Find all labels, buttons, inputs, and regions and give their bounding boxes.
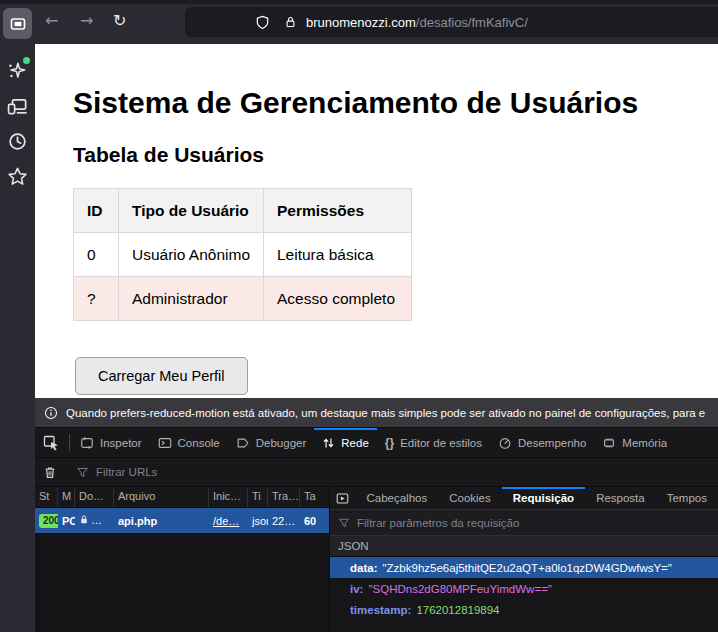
https-lock-icon [79, 514, 89, 525]
network-icon [322, 436, 335, 450]
url-text: brunomenozzi.com/desafios/fmKafivC/ [306, 15, 528, 30]
tab-desempenho[interactable]: Desempenho [490, 428, 594, 457]
json-section-label: JSON [338, 540, 369, 552]
tab-inspetor[interactable]: Inspetor [72, 428, 150, 457]
url-path: /desafios/fmKafivC/ [416, 15, 528, 30]
col-method[interactable]: M [58, 487, 75, 507]
style-editor-icon: {} [385, 436, 394, 450]
back-button[interactable]: ← [45, 11, 58, 31]
size-cell: 60 [300, 515, 330, 527]
infobar-text: Quando prefers-reduced-motion está ativa… [66, 407, 705, 419]
clear-requests-icon[interactable] [35, 465, 65, 480]
col-status[interactable]: St [35, 487, 58, 507]
request-row-api-php[interactable]: 200 POST … api.php /de… json 22… 60 [35, 508, 329, 533]
table-cell: 0 [74, 233, 119, 277]
param-key: data [350, 562, 383, 574]
filter-funnel-icon [76, 466, 89, 479]
details-tabbar: Cabeçalhos Cookies Requisição Resposta T… [330, 487, 718, 510]
param-row-timestamp[interactable]: timestamp 1762012819894 [330, 599, 718, 620]
tab-cabecalhos[interactable]: Cabeçalhos [355, 487, 438, 509]
type-cell: json [248, 515, 268, 527]
param-row-iv[interactable]: iv "SQHDns2dG80MPFeuYimdWw==" [330, 578, 718, 599]
col-domain[interactable]: Do… [75, 487, 114, 507]
ai-chatbot-icon[interactable] [7, 60, 28, 81]
users-table: ID Tipo de Usuário Permissões 0 Usuário … [73, 188, 412, 321]
col-initiator[interactable]: Inic… [209, 487, 248, 507]
devtools-panel: Inspetor Console Debugger Rede {} Editor… [35, 428, 718, 632]
tab-label: Editor de estilos [400, 437, 482, 449]
col-header-tipo: Tipo de Usuário [119, 189, 264, 233]
debugger-icon [236, 436, 250, 450]
network-filter-bar: Filtrar URLs [35, 458, 718, 487]
param-value: 1762012819894 [416, 604, 499, 616]
filter-funnel-icon [338, 517, 350, 529]
memory-icon [602, 436, 616, 450]
filter-urls-input[interactable]: Filtrar URLs [96, 466, 157, 478]
table-cell: Usuário Anônimo [119, 233, 264, 277]
toolbar-separator [69, 434, 70, 451]
url-domain: brunomenozzi.com [306, 15, 416, 30]
load-profile-button[interactable]: Carregar Meu Perfil [75, 357, 248, 395]
tab-label: Inspetor [100, 437, 142, 449]
reduced-motion-infobar: Quando prefers-reduced-motion está ativa… [35, 398, 718, 428]
tab-debugger[interactable]: Debugger [228, 428, 315, 457]
tab-label: Memória [622, 437, 667, 449]
info-icon [44, 406, 58, 420]
tab-label: Debugger [256, 437, 307, 449]
col-file[interactable]: Arquivo [114, 487, 209, 507]
tab-label: Rede [341, 437, 369, 449]
param-row-data[interactable]: data "Zzbk9hz5e6aj5thitQE2u2aQT+a0lo1qzD… [330, 557, 718, 578]
tab-console[interactable]: Console [150, 428, 228, 457]
window-top-strip [0, 0, 718, 4]
param-value: "SQHDns2dG80MPFeuYimdWw==" [368, 583, 552, 595]
table-cell: ? [74, 277, 119, 321]
domain-cell: … [75, 514, 114, 528]
forward-button[interactable]: → [80, 11, 93, 31]
col-type[interactable]: Ti [248, 487, 268, 507]
tab-label: Console [178, 437, 220, 449]
tab-requisicao[interactable]: Requisição [502, 487, 585, 509]
param-key: iv [350, 583, 368, 595]
table-cell: Acesso completo [264, 277, 412, 321]
browser-toolbar: ← → ↻ brunomenozzi.com/desafios/fmKafivC… [0, 0, 718, 44]
request-details-panel: Cabeçalhos Cookies Requisição Resposta T… [330, 487, 718, 632]
network-column-headers: St M Do… Arquivo Inic… Ti Tra… Ta [35, 487, 329, 508]
history-icon[interactable] [7, 131, 28, 152]
tab-tempos[interactable]: Tempos [656, 487, 718, 509]
tab-memoria[interactable]: Memória [594, 428, 675, 457]
url-bar[interactable]: brunomenozzi.com/desafios/fmKafivC/ [185, 7, 718, 37]
status-cell: 200 [35, 514, 58, 528]
col-header-permissoes: Permissões [264, 189, 412, 233]
tab-cookies[interactable]: Cookies [438, 487, 502, 509]
performance-icon [498, 436, 512, 450]
lock-icon[interactable] [284, 15, 297, 29]
transferred-cell: 22… [268, 515, 300, 527]
network-request-list: St M Do… Arquivo Inic… Ti Tra… Ta 200 PO… [35, 487, 330, 632]
json-section-header[interactable]: JSON [330, 536, 718, 557]
console-icon [158, 436, 172, 450]
col-transferred[interactable]: Tra… [268, 487, 300, 507]
pick-element-icon[interactable] [35, 428, 67, 457]
inspector-icon [80, 436, 94, 450]
synced-tabs-icon[interactable] [7, 96, 28, 117]
reload-button[interactable]: ↻ [113, 11, 126, 31]
tab-editor-de-estilos[interactable]: {} Editor de estilos [377, 428, 490, 457]
tab-resposta[interactable]: Resposta [585, 487, 656, 509]
status-badge: 200 [39, 514, 58, 528]
firefox-window: ← → ↻ brunomenozzi.com/desafios/fmKafivC… [0, 0, 718, 632]
col-size[interactable]: Ta [300, 487, 330, 507]
sidebar-toggle-button[interactable] [3, 8, 32, 39]
tracking-shield-icon[interactable] [255, 15, 270, 30]
method-cell: POST [58, 515, 75, 527]
browser-sidebar [0, 44, 35, 632]
page-title: Sistema de Gerenciamento de Usuários [73, 86, 638, 120]
tab-label: Desempenho [518, 437, 586, 449]
domain-ellipsis: … [91, 514, 102, 526]
page-subtitle: Tabela de Usuários [73, 143, 264, 167]
tab-rede[interactable]: Rede [314, 428, 377, 457]
block-request-icon[interactable] [330, 487, 355, 509]
bookmarks-icon[interactable] [7, 166, 28, 187]
filter-params-input[interactable]: Filtrar parâmetros da requisição [357, 517, 519, 529]
initiator-cell[interactable]: /de… [209, 515, 248, 527]
web-page-content: Sistema de Gerenciamento de Usuários Tab… [35, 44, 718, 398]
